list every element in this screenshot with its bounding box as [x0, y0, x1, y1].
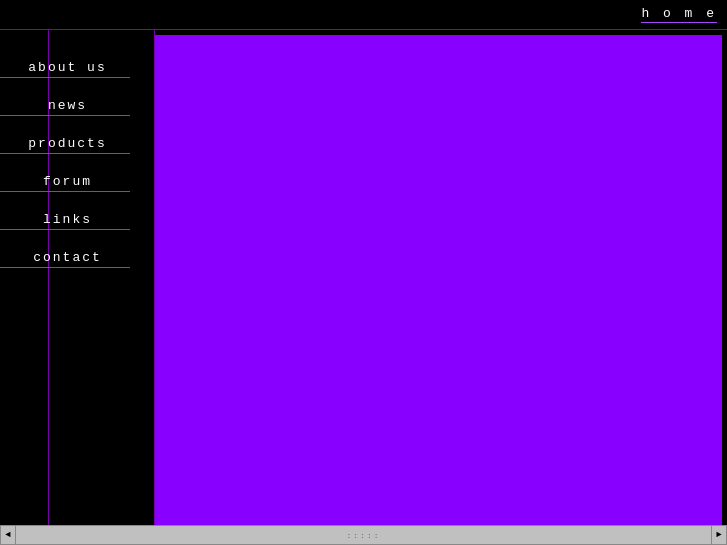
nav-link-products[interactable]: products: [0, 136, 130, 154]
nav-container: about usnewsproductsforumlinkscontact: [0, 60, 155, 288]
bottom-scrollbar: ◄ ::::: ►: [0, 525, 727, 545]
nav-link-contact[interactable]: contact: [0, 250, 130, 268]
sidebar: about usnewsproductsforumlinkscontact: [0, 30, 155, 525]
scroll-left-arrow[interactable]: ◄: [0, 525, 16, 545]
content-area: [155, 35, 722, 525]
home-link[interactable]: h o m e: [641, 6, 717, 23]
nav-link-links[interactable]: links: [0, 212, 130, 230]
nav-item-links: links: [0, 212, 155, 230]
main-layout: about usnewsproductsforumlinkscontact: [0, 30, 727, 525]
nav-link-news[interactable]: news: [0, 98, 130, 116]
nav-link-forum[interactable]: forum: [0, 174, 130, 192]
scroll-track[interactable]: :::::: [16, 525, 711, 545]
nav-item-products: products: [0, 136, 155, 154]
nav-item-forum: forum: [0, 174, 155, 192]
nav-item-about-us: about us: [0, 60, 155, 78]
scroll-right-arrow[interactable]: ►: [711, 525, 727, 545]
nav-item-contact: contact: [0, 250, 155, 268]
nav-link-about-us[interactable]: about us: [0, 60, 130, 78]
scroll-dots: :::::: [346, 531, 380, 540]
top-bar: h o m e: [0, 0, 727, 30]
nav-item-news: news: [0, 98, 155, 116]
